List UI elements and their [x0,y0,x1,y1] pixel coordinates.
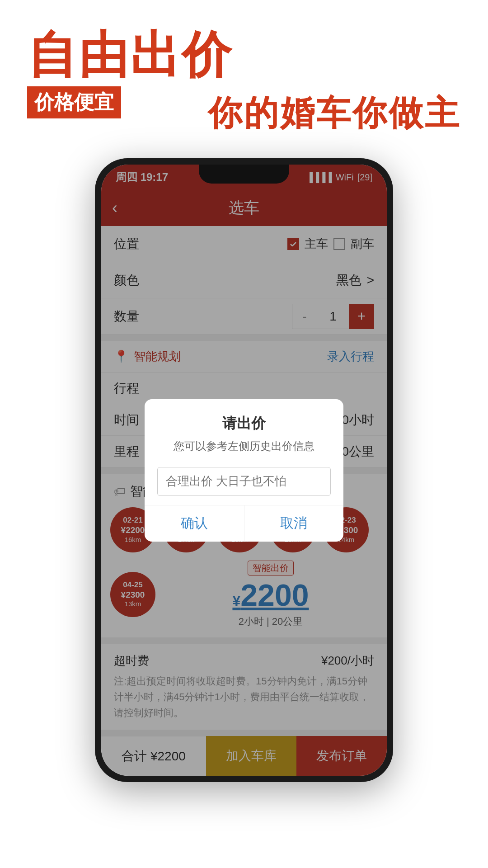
promo-tag: 价格便宜 [27,86,121,118]
promo-area: 自由出价 价格便宜 你的婚车你做主 [0,0,488,167]
price-dialog: 请出价 您可以参考左侧历史出价信息 确认 取消 [145,399,343,542]
dialog-header: 请出价 您可以参考左侧历史出价信息 [145,399,343,458]
dialog-confirm-button[interactable]: 确认 [145,505,244,542]
dialog-cancel-button[interactable]: 取消 [244,505,344,542]
dialog-overlay: 请出价 您可以参考左侧历史出价信息 确认 取消 [101,165,387,776]
promo-main-title: 自由出价 [27,27,461,82]
dialog-title: 请出价 [159,414,329,434]
phone-mockup: 周四 19:17 ▐▐▐▐ WiFi [29] ‹ 选车 位置 主车 [95,158,393,782]
dialog-actions: 确认 取消 [145,505,343,542]
dialog-subtitle: 您可以参考左侧历史出价信息 [159,439,329,453]
dialog-input-wrap [145,458,343,505]
phone-screen: 周四 19:17 ▐▐▐▐ WiFi [29] ‹ 选车 位置 主车 [101,165,387,776]
price-input[interactable] [157,467,331,496]
promo-sub-title: 你的婚车你做主 [208,90,461,137]
